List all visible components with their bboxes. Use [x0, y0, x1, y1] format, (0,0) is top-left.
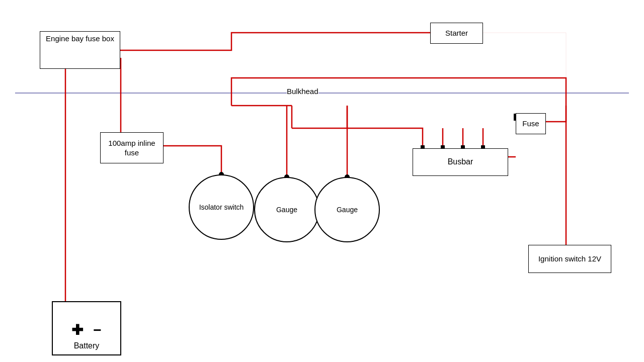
- inline-fuse: 100amp inline fuse: [100, 132, 164, 163]
- battery-label: Battery: [74, 341, 100, 350]
- battery: ✚ − Battery: [52, 301, 121, 355]
- busbar: Busbar: [413, 148, 508, 176]
- fuse: Fuse: [516, 113, 546, 134]
- isolator-switch: Isolator switch: [189, 174, 254, 240]
- starter: Starter: [430, 23, 483, 44]
- battery-positive-terminal: ✚: [71, 323, 83, 337]
- ignition-switch: Ignition switch 12V: [528, 245, 611, 273]
- battery-negative-terminal: −: [93, 323, 101, 337]
- engine-bay-fuse-box: Engine bay fuse box: [40, 31, 120, 69]
- gauge-2: Gauge: [314, 177, 380, 242]
- bulkhead-label: Bulkhead: [287, 86, 318, 97]
- battery-terminals: ✚ −: [71, 323, 101, 337]
- gauge-1: Gauge: [254, 177, 319, 242]
